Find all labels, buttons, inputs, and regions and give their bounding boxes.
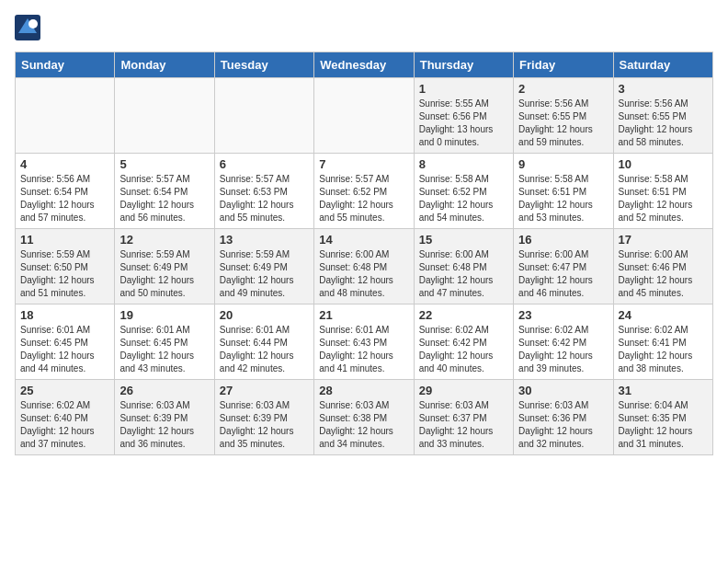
day-info: Sunrise: 6:02 AM Sunset: 6:41 PM Dayligh… (619, 324, 708, 375)
day-number: 20 (220, 308, 309, 322)
day-number: 16 (518, 233, 608, 247)
day-info: Sunrise: 6:02 AM Sunset: 6:42 PM Dayligh… (518, 324, 608, 375)
day-info: Sunrise: 6:00 AM Sunset: 6:47 PM Dayligh… (518, 248, 608, 300)
day-info: Sunrise: 6:03 AM Sunset: 6:39 PM Dayligh… (220, 399, 309, 451)
calendar-cell: 4Sunrise: 5:56 AM Sunset: 6:54 PM Daylig… (16, 154, 115, 229)
day-info: Sunrise: 6:01 AM Sunset: 6:44 PM Dayligh… (220, 324, 309, 375)
day-number: 27 (220, 384, 309, 397)
day-number: 19 (119, 308, 209, 322)
day-number: 24 (619, 308, 708, 322)
weekday-header-sunday: Sunday (16, 52, 115, 78)
day-info: Sunrise: 6:01 AM Sunset: 6:43 PM Dayligh… (319, 324, 408, 375)
day-info: Sunrise: 5:58 AM Sunset: 6:52 PM Dayligh… (419, 173, 508, 224)
day-info: Sunrise: 6:00 AM Sunset: 6:48 PM Dayligh… (319, 248, 408, 300)
calendar-cell: 26Sunrise: 6:03 AM Sunset: 6:39 PM Dayli… (115, 380, 214, 455)
day-info: Sunrise: 6:03 AM Sunset: 6:36 PM Dayligh… (518, 399, 608, 451)
calendar-cell: 13Sunrise: 5:59 AM Sunset: 6:49 PM Dayli… (214, 229, 313, 304)
day-info: Sunrise: 5:58 AM Sunset: 6:51 PM Dayligh… (619, 173, 708, 224)
day-number: 5 (119, 157, 209, 171)
day-number: 10 (619, 157, 708, 171)
day-info: Sunrise: 6:00 AM Sunset: 6:48 PM Dayligh… (419, 248, 508, 300)
day-number: 14 (319, 233, 408, 247)
calendar-cell: 16Sunrise: 6:00 AM Sunset: 6:47 PM Dayli… (514, 229, 613, 304)
day-number: 6 (220, 157, 309, 171)
day-info: Sunrise: 5:57 AM Sunset: 6:53 PM Dayligh… (220, 173, 309, 224)
calendar-cell: 8Sunrise: 5:58 AM Sunset: 6:52 PM Daylig… (414, 154, 513, 229)
day-number: 28 (319, 384, 408, 397)
calendar-cell: 1Sunrise: 5:55 AM Sunset: 6:56 PM Daylig… (414, 78, 513, 154)
calendar-cell (115, 78, 214, 154)
calendar-cell: 14Sunrise: 6:00 AM Sunset: 6:48 PM Dayli… (314, 229, 414, 304)
calendar-cell: 25Sunrise: 6:02 AM Sunset: 6:40 PM Dayli… (16, 380, 115, 455)
day-info: Sunrise: 5:56 AM Sunset: 6:55 PM Dayligh… (619, 98, 708, 149)
day-number: 22 (419, 308, 508, 322)
calendar-cell: 21Sunrise: 6:01 AM Sunset: 6:43 PM Dayli… (314, 304, 414, 380)
calendar-cell: 30Sunrise: 6:03 AM Sunset: 6:36 PM Dayli… (514, 380, 613, 455)
day-number: 3 (619, 82, 708, 96)
calendar-cell: 12Sunrise: 5:59 AM Sunset: 6:49 PM Dayli… (115, 229, 214, 304)
weekday-header-monday: Monday (115, 52, 214, 78)
day-number: 15 (419, 233, 508, 247)
calendar-cell (314, 78, 414, 154)
calendar-cell: 7Sunrise: 5:57 AM Sunset: 6:52 PM Daylig… (314, 154, 414, 229)
calendar-cell: 24Sunrise: 6:02 AM Sunset: 6:41 PM Dayli… (613, 304, 712, 380)
day-number: 2 (518, 82, 608, 96)
svg-point-2 (28, 19, 38, 29)
day-info: Sunrise: 5:56 AM Sunset: 6:55 PM Dayligh… (518, 98, 608, 149)
calendar-cell: 27Sunrise: 6:03 AM Sunset: 6:39 PM Dayli… (214, 380, 313, 455)
day-number: 25 (20, 384, 109, 397)
day-info: Sunrise: 5:59 AM Sunset: 6:49 PM Dayligh… (119, 248, 209, 300)
day-info: Sunrise: 5:58 AM Sunset: 6:51 PM Dayligh… (518, 173, 608, 224)
day-number: 23 (518, 308, 608, 322)
day-number: 9 (518, 157, 608, 171)
day-info: Sunrise: 5:59 AM Sunset: 6:50 PM Dayligh… (20, 248, 109, 300)
calendar-cell: 18Sunrise: 6:01 AM Sunset: 6:45 PM Dayli… (16, 304, 115, 380)
day-info: Sunrise: 5:57 AM Sunset: 6:54 PM Dayligh… (119, 173, 209, 224)
calendar-cell: 19Sunrise: 6:01 AM Sunset: 6:45 PM Dayli… (115, 304, 214, 380)
logo-icon (15, 15, 40, 40)
day-number: 4 (20, 157, 109, 171)
calendar-cell: 6Sunrise: 5:57 AM Sunset: 6:53 PM Daylig… (214, 154, 313, 229)
logo (15, 15, 44, 40)
calendar-cell: 22Sunrise: 6:02 AM Sunset: 6:42 PM Dayli… (414, 304, 513, 380)
weekday-header-saturday: Saturday (613, 52, 712, 78)
day-info: Sunrise: 6:01 AM Sunset: 6:45 PM Dayligh… (20, 324, 109, 375)
calendar-cell: 31Sunrise: 6:04 AM Sunset: 6:35 PM Dayli… (613, 380, 712, 455)
day-info: Sunrise: 6:03 AM Sunset: 6:39 PM Dayligh… (119, 399, 209, 451)
day-info: Sunrise: 6:02 AM Sunset: 6:42 PM Dayligh… (419, 324, 508, 375)
day-number: 11 (20, 233, 109, 247)
calendar-cell: 9Sunrise: 5:58 AM Sunset: 6:51 PM Daylig… (514, 154, 613, 229)
calendar-cell: 23Sunrise: 6:02 AM Sunset: 6:42 PM Dayli… (514, 304, 613, 380)
calendar-table: SundayMondayTuesdayWednesdayThursdayFrid… (15, 52, 713, 455)
calendar-cell: 29Sunrise: 6:03 AM Sunset: 6:37 PM Dayli… (414, 380, 513, 455)
day-info: Sunrise: 5:55 AM Sunset: 6:56 PM Dayligh… (419, 98, 508, 149)
calendar-cell (214, 78, 313, 154)
calendar-cell: 17Sunrise: 6:00 AM Sunset: 6:46 PM Dayli… (613, 229, 712, 304)
day-number: 18 (20, 308, 109, 322)
day-number: 21 (319, 308, 408, 322)
weekday-header-wednesday: Wednesday (314, 52, 414, 78)
day-number: 12 (119, 233, 209, 247)
calendar-cell: 10Sunrise: 5:58 AM Sunset: 6:51 PM Dayli… (613, 154, 712, 229)
calendar-cell: 5Sunrise: 5:57 AM Sunset: 6:54 PM Daylig… (115, 154, 214, 229)
calendar-cell: 3Sunrise: 5:56 AM Sunset: 6:55 PM Daylig… (613, 78, 712, 154)
day-number: 8 (419, 157, 508, 171)
day-info: Sunrise: 6:02 AM Sunset: 6:40 PM Dayligh… (20, 399, 109, 451)
day-number: 7 (319, 157, 408, 171)
day-info: Sunrise: 6:03 AM Sunset: 6:37 PM Dayligh… (419, 399, 508, 451)
weekday-header-friday: Friday (514, 52, 613, 78)
day-number: 13 (220, 233, 309, 247)
calendar-cell: 28Sunrise: 6:03 AM Sunset: 6:38 PM Dayli… (314, 380, 414, 455)
weekday-header-thursday: Thursday (414, 52, 513, 78)
calendar-cell: 11Sunrise: 5:59 AM Sunset: 6:50 PM Dayli… (16, 229, 115, 304)
header (15, 15, 713, 40)
weekday-header-tuesday: Tuesday (214, 52, 313, 78)
calendar-cell: 15Sunrise: 6:00 AM Sunset: 6:48 PM Dayli… (414, 229, 513, 304)
day-info: Sunrise: 6:04 AM Sunset: 6:35 PM Dayligh… (619, 399, 708, 451)
day-number: 30 (518, 384, 608, 397)
calendar-cell: 2Sunrise: 5:56 AM Sunset: 6:55 PM Daylig… (514, 78, 613, 154)
day-number: 1 (419, 82, 508, 96)
day-number: 17 (619, 233, 708, 247)
calendar-cell: 20Sunrise: 6:01 AM Sunset: 6:44 PM Dayli… (214, 304, 313, 380)
day-number: 31 (619, 384, 708, 397)
